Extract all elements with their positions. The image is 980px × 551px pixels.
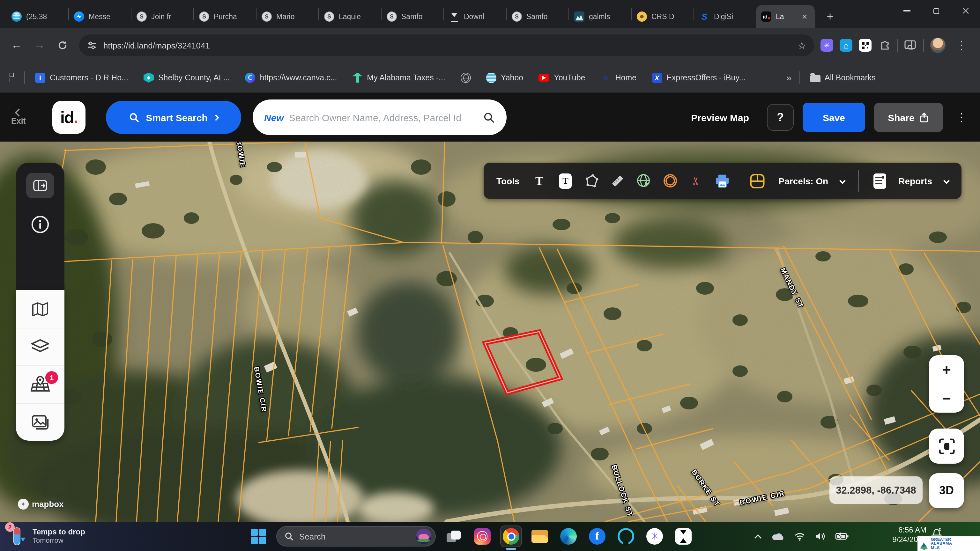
- owner-search-input[interactable]: New Search Owner Name, Address, Parcel I…: [253, 100, 507, 135]
- instagram-app[interactable]: [471, 526, 493, 547]
- tab-crs[interactable]: CRS D: [632, 5, 694, 28]
- info-icon[interactable]: [30, 215, 50, 234]
- back-button[interactable]: ←: [6, 35, 27, 56]
- text-tool-icon: T: [535, 174, 543, 188]
- tab-join[interactable]: Join fr: [131, 5, 193, 28]
- bookmark-star-icon[interactable]: ☆: [797, 39, 807, 51]
- download-icon: [449, 11, 460, 22]
- bookmark-expressoffers[interactable]: ExpressOffers - iBuy...: [647, 69, 751, 86]
- collapse-panel-button[interactable]: [26, 173, 54, 198]
- measure-tool-button[interactable]: [610, 173, 625, 189]
- photos-button[interactable]: [16, 403, 64, 441]
- help-button[interactable]: ?: [767, 104, 794, 131]
- share-button[interactable]: Share: [874, 103, 943, 132]
- save-button[interactable]: Save: [803, 103, 865, 132]
- facebook-app[interactable]: [586, 526, 608, 547]
- tab-samford-1[interactable]: Samfo: [382, 5, 444, 28]
- draw-polygon-button[interactable]: [584, 173, 600, 189]
- side-panel-search-icon[interactable]: [904, 40, 917, 51]
- minimize-button[interactable]: [892, 0, 921, 22]
- chrome-app-active[interactable]: [500, 526, 522, 547]
- task-view-button[interactable]: [443, 526, 465, 547]
- restore-button[interactable]: [921, 0, 951, 22]
- site-settings-icon[interactable]: [87, 40, 97, 50]
- puzzle-extensions-icon[interactable]: [878, 39, 891, 52]
- address-bar[interactable]: https://id.land/maps/3241041 ☆: [79, 35, 814, 56]
- tab-laquie[interactable]: Laquie: [319, 5, 381, 28]
- bookmark-customers[interactable]: Customers - D R Ho...: [30, 69, 134, 86]
- zoom-out-button[interactable]: −: [929, 384, 964, 413]
- label-tool-button[interactable]: T: [558, 173, 573, 189]
- header-menu-icon[interactable]: [952, 110, 971, 124]
- qr-extension-icon[interactable]: [859, 39, 872, 52]
- alexa-app[interactable]: [615, 526, 637, 547]
- tab-marion[interactable]: Mario: [256, 5, 318, 28]
- bookmark-globe[interactable]: [455, 69, 476, 86]
- showings-button[interactable]: 1: [16, 365, 64, 403]
- tab-samford-2[interactable]: Samfo: [507, 5, 568, 28]
- bookmark-home[interactable]: Home: [596, 69, 642, 86]
- tab-digisign[interactable]: DigiSi: [694, 5, 756, 28]
- tab-att[interactable]: (25,38: [6, 5, 68, 28]
- exit-button[interactable]: Exit: [0, 110, 37, 125]
- cut-tool-button[interactable]: [689, 173, 704, 189]
- house-extension-icon[interactable]: [840, 39, 853, 52]
- battery-icon[interactable]: [835, 532, 849, 540]
- smart-search-button[interactable]: Smart Search: [106, 101, 241, 134]
- print-tool-button[interactable]: [715, 173, 730, 189]
- start-button[interactable]: [248, 526, 269, 547]
- close-button[interactable]: [951, 0, 980, 22]
- idland-logo[interactable]: id.: [52, 101, 86, 134]
- all-bookmarks[interactable]: All Bookmarks: [805, 70, 881, 85]
- profile-avatar[interactable]: [930, 38, 945, 53]
- tab-galmls[interactable]: galmls: [569, 5, 631, 28]
- bookmark-shelby-county[interactable]: Shelby County, AL...: [138, 69, 235, 86]
- parcels-layer-button[interactable]: [750, 173, 765, 189]
- screenshot-button[interactable]: [929, 429, 964, 464]
- preview-map-button[interactable]: Preview Map: [691, 112, 749, 123]
- basemap-button[interactable]: [16, 290, 64, 328]
- tab-purchase[interactable]: Purcha: [194, 5, 256, 28]
- map-viewport[interactable]: BOWIE BOWIE CIR BULLOCK ST BURKE ST BOWI…: [0, 141, 980, 522]
- search-icon[interactable]: [483, 111, 495, 124]
- volume-icon[interactable]: [815, 532, 826, 541]
- wifi-icon[interactable]: [794, 532, 805, 540]
- apps-grid-icon[interactable]: [9, 72, 19, 83]
- web-select-tool-button[interactable]: [636, 173, 652, 189]
- url-text[interactable]: https://id.land/maps/3241041: [103, 40, 791, 50]
- 3d-view-button[interactable]: 3D: [929, 473, 964, 508]
- bookmark-canva[interactable]: https://www.canva.c...: [240, 69, 342, 86]
- tab-idland-active[interactable]: La: [756, 5, 815, 28]
- layers-button[interactable]: [16, 328, 64, 365]
- new-tab-button[interactable]: [821, 8, 839, 25]
- flower-extension-icon[interactable]: [821, 39, 833, 52]
- edge-app[interactable]: [558, 526, 579, 547]
- file-explorer-app[interactable]: [529, 526, 550, 547]
- radius-tool-button[interactable]: [663, 173, 678, 189]
- tab-downloads[interactable]: Downl: [444, 5, 506, 28]
- onedrive-icon[interactable]: [772, 532, 785, 540]
- reload-button[interactable]: [52, 35, 73, 56]
- taskbar-search[interactable]: Search: [276, 526, 436, 546]
- forward-button[interactable]: →: [29, 35, 50, 56]
- bookmark-alabama-taxes[interactable]: My Alabama Taxes -...: [347, 69, 450, 86]
- bookmark-yahoo[interactable]: Yahoo: [481, 69, 528, 86]
- chevron-down-icon[interactable]: [839, 178, 846, 184]
- reports-button[interactable]: [872, 173, 888, 189]
- parcels-toggle-label[interactable]: Parcels: On: [779, 176, 829, 186]
- reports-label[interactable]: Reports: [898, 176, 932, 186]
- flower-app[interactable]: [644, 526, 665, 547]
- text-tool-button[interactable]: T: [532, 173, 547, 189]
- reports-icon: [873, 173, 886, 189]
- tray-chevron-icon[interactable]: [754, 534, 762, 539]
- browser-menu-icon[interactable]: [952, 38, 971, 52]
- weather-widget[interactable]: 2 Temps to drop Tomorrow: [8, 525, 85, 546]
- capcut-app[interactable]: [673, 526, 694, 547]
- tab-close-icon[interactable]: [799, 11, 810, 22]
- bookmarks-overflow-icon[interactable]: »: [784, 72, 794, 83]
- tab-messenger[interactable]: Messe: [69, 5, 131, 28]
- bookmark-youtube[interactable]: YouTube: [533, 70, 590, 85]
- zoom-in-button[interactable]: +: [929, 355, 964, 384]
- chevron-down-icon[interactable]: [943, 178, 950, 184]
- mapbox-attribution[interactable]: mapbox: [18, 499, 64, 510]
